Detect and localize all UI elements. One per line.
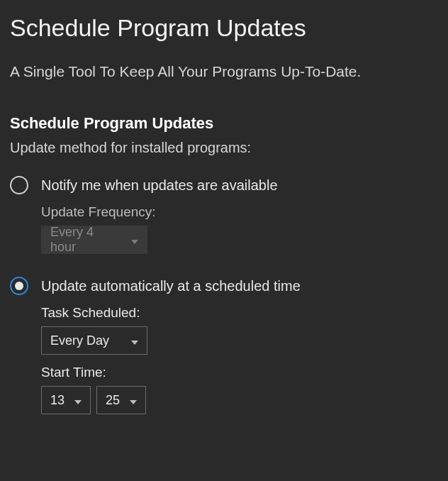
start-time-minute-select[interactable]: 25 (96, 386, 146, 414)
chevron-down-icon (131, 333, 138, 348)
task-scheduled-select[interactable]: Every Day (41, 326, 147, 355)
chevron-down-icon (74, 393, 82, 408)
radio-notify-label: Notify me when updates are available (41, 177, 278, 194)
radio-option-notify[interactable]: Notify me when updates are available (10, 176, 448, 194)
start-time-minute-value: 25 (106, 393, 120, 408)
task-scheduled-value: Every Day (50, 333, 109, 348)
radio-notify[interactable] (10, 176, 28, 194)
task-scheduled-label: Task Scheduled: (41, 305, 448, 321)
chevron-down-icon (131, 233, 138, 248)
chevron-down-icon (130, 393, 137, 408)
section-heading: Schedule Program Updates (10, 114, 448, 133)
start-time-label: Start Time: (41, 365, 448, 380)
radio-scheduled-label: Update automatically at a scheduled time (41, 278, 301, 294)
radio-option-scheduled[interactable]: Update automatically at a scheduled time (10, 277, 448, 295)
start-time-hour-select[interactable]: 13 (41, 386, 91, 414)
radio-scheduled[interactable] (10, 277, 28, 295)
page-title: Schedule Program Updates (10, 14, 448, 42)
update-frequency-label: Update Frequency: (41, 204, 448, 220)
update-frequency-select: Every 4 hour (41, 226, 147, 254)
update-frequency-value: Every 4 hour (50, 225, 121, 255)
page-subtitle: A Single Tool To Keep All Your Programs … (10, 63, 448, 80)
start-time-hour-value: 13 (50, 393, 65, 408)
section-sub: Update method for installed programs: (10, 140, 448, 156)
